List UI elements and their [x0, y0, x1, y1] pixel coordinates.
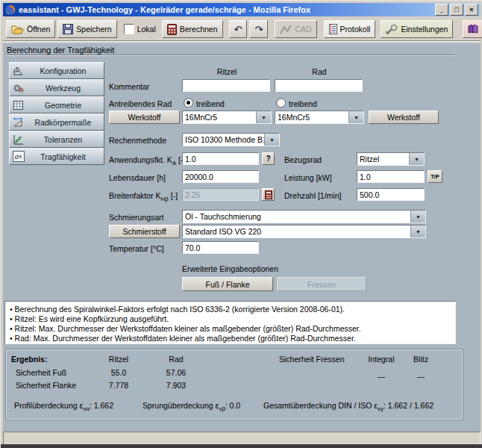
treibend-ritzel-label: treibend	[196, 99, 225, 108]
cad-icon	[280, 25, 292, 34]
bezugsrad-label: Bezugsrad	[284, 155, 322, 164]
drehzahl-input[interactable]	[357, 188, 425, 201]
anwendungsfaktor-input[interactable]	[182, 152, 259, 165]
breitenfaktor-input	[182, 188, 259, 201]
help-book-icon	[468, 25, 478, 34]
local-checkbox-group[interactable]: Lokal	[124, 24, 156, 34]
chevron-down-icon[interactable]: ▼	[264, 134, 279, 146]
save-label: Speichern	[76, 25, 111, 34]
result-flanke-ritzel: 7.778	[96, 381, 141, 390]
treibend-rad-label: treibend	[289, 99, 317, 108]
bezugsrad-select[interactable]: Ritzel ▼	[357, 152, 425, 166]
erweiterte-optionen-label: Erweiterte Eingabeoptionen	[182, 264, 278, 273]
schmierstoff-select[interactable]: Standard ISO VG 220 ▼	[182, 225, 426, 238]
open-folder-icon	[11, 25, 24, 34]
sidebar-item-label: Werkzeug	[25, 84, 101, 93]
sidebar-item-label: Konfiguration	[25, 66, 101, 75]
result-fuss-ritzel: 55.0	[96, 368, 141, 377]
chevron-down-icon[interactable]: ▼	[348, 111, 363, 123]
rechenmethode-select[interactable]: ISO 10300 Methode B1 ▼	[182, 133, 280, 146]
sidebar-item-konfiguration[interactable]: Konfiguration	[9, 62, 104, 79]
bezugsrad-value: Ritzel	[357, 153, 409, 165]
gesamtueberdeckung-value: Gesamtüberdeckung DIN / ISO εvγ: 1.662 /…	[263, 401, 434, 412]
help-button[interactable]: Hilfe	[463, 20, 482, 38]
redo-icon: ↷	[254, 25, 263, 34]
result-row-label: Sicherheit Fuß	[16, 368, 66, 377]
treibend-rad-radio[interactable]	[276, 98, 286, 108]
tool-gears-icon	[12, 82, 25, 93]
settings-label: Einstellungen	[401, 25, 448, 34]
sidebar-item-label: Geometrie	[25, 101, 101, 110]
results-col-ritzel: Ritzel	[96, 355, 141, 364]
sidebar-item-toleranzen[interactable]: Toleranzen	[9, 131, 104, 148]
breitenfaktor-label: Breitenfaktor KHβ [-]	[109, 191, 178, 202]
werkstoff-button-rad[interactable]: Werkstoff	[369, 111, 439, 124]
torque-power-toggle-button[interactable]: T/P	[428, 170, 442, 183]
profilueberdeckung-value: Profilüberdeckung εvα: 1.662	[14, 401, 113, 412]
chevron-down-icon[interactable]: ▼	[256, 111, 271, 123]
protocol-button[interactable]: Protokoll	[324, 20, 376, 38]
message-line: Ritzel: Es wird eine Kopfkürzung ausgefü…	[10, 314, 451, 324]
sigma-icon: σx	[12, 151, 25, 162]
local-label: Lokal	[137, 25, 156, 34]
werkstoff-rad-select[interactable]: 16MnCr5 ▼	[275, 111, 364, 124]
lebensdauer-input[interactable]	[182, 170, 259, 183]
save-button[interactable]: Speichern	[57, 20, 116, 38]
breitenfaktor-calc-button[interactable]	[262, 188, 275, 201]
kommentar-ritzel-input[interactable]	[182, 79, 270, 92]
calculator-icon	[167, 24, 177, 35]
results-heading: Ergebnis:	[11, 355, 47, 364]
firefox-icon	[5, 4, 16, 15]
schmierungsart-label: Schmierungsart	[109, 213, 164, 222]
local-checkbox[interactable]	[124, 24, 134, 34]
results-col-blitz: Blitz	[406, 355, 436, 364]
title-bar[interactable]: eassistant - GWJ-Technology - Kegelräder…	[3, 3, 481, 16]
temperatur-input[interactable]	[182, 241, 259, 254]
window-title: eassistant - GWJ-Technology - Kegelräder…	[19, 5, 434, 14]
anwendungsfaktor-label: Anwendungsfkt. KA [-]	[109, 155, 185, 167]
page-title: Berechnung der Tragfähigkeit	[7, 46, 114, 55]
sprungueberdeckung-value: Sprungüberdeckung εvβ: 0.0	[143, 401, 240, 412]
rechenmethode-value: ISO 10300 Methode B1	[183, 134, 264, 146]
kommentar-rad-input[interactable]	[275, 79, 363, 92]
settings-button[interactable]: Einstellungen	[381, 20, 453, 38]
redo-button[interactable]: ↷	[249, 20, 268, 38]
sidebar-item-werkzeug[interactable]: Werkzeug	[9, 79, 104, 96]
column-header-rad: Rad	[275, 67, 364, 76]
heading-separator	[4, 55, 454, 56]
schmierungsart-select[interactable]: Öl - Tauchschmierung ▼	[182, 210, 426, 223]
minimize-button[interactable]: _	[435, 4, 448, 16]
fressen-button: Fressen	[277, 277, 366, 291]
results-col-integral: Integral	[363, 355, 400, 364]
window-bottom-edge	[1, 444, 482, 448]
sidebar-item-radkoerpermasse[interactable]: Radkörpermaße	[9, 113, 104, 131]
leistung-input[interactable]	[357, 170, 425, 183]
open-button[interactable]: Öffnen	[6, 20, 55, 38]
chevron-down-icon[interactable]: ▼	[410, 211, 425, 223]
close-button[interactable]: ×	[465, 4, 478, 16]
treibend-ritzel-radio[interactable]	[184, 98, 193, 108]
schmierstoff-value: Standard ISO VG 220	[183, 225, 410, 237]
chevron-down-icon[interactable]: ▼	[409, 153, 424, 165]
sidebar-item-geometrie[interactable]: Geometrie	[9, 96, 104, 113]
sidebar-item-tragfaehigkeit[interactable]: σx Tragfähigkeit	[9, 148, 104, 165]
kommentar-label: Kommentar	[109, 82, 149, 91]
schmierungsart-value: Öl - Tauchschmierung	[183, 211, 410, 223]
maximize-button[interactable]: □	[450, 4, 463, 16]
fuss-flanke-button[interactable]: Fuß / Flanke	[182, 277, 273, 291]
undo-button[interactable]: ↶	[229, 20, 248, 38]
message-box: Berechnung des Spiralwinkel-Faktors erfo…	[4, 301, 456, 344]
schmierstoff-button[interactable]: Schmierstoff	[109, 225, 180, 238]
werkstoff-button-ritzel[interactable]: Werkstoff	[109, 111, 180, 124]
result-row-label: Sicherheit Flanke	[16, 381, 76, 390]
lebensdauer-label: Lebensdauer [h]	[109, 173, 166, 182]
chevron-down-icon[interactable]: ▼	[410, 225, 425, 237]
calculate-label: Berechnen	[180, 25, 218, 34]
werkstoff-ritzel-select[interactable]: 16MnCr5 ▼	[182, 111, 272, 124]
antreibendes-rad-label: Antreibendes Rad	[109, 99, 172, 108]
result-fressen-blitz: ---	[406, 372, 436, 381]
calculate-button[interactable]: Berechnen	[162, 20, 223, 38]
anwendungsfaktor-help-button[interactable]: ?	[262, 152, 275, 165]
cad-button: CAD	[275, 20, 316, 38]
undo-icon: ↶	[234, 25, 242, 34]
